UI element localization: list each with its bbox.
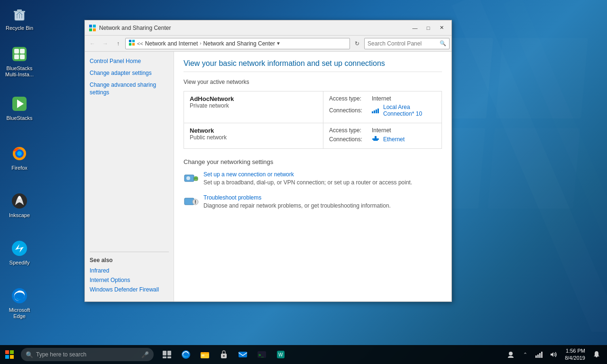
taskbar-search-mic-icon[interactable]: 🎤 xyxy=(141,351,149,358)
svg-rect-34 xyxy=(372,111,373,113)
page-title: View your basic network information and … xyxy=(184,59,442,72)
troubleshoot-content: Troubleshoot problems Diagnose and repai… xyxy=(203,194,391,210)
taskbar-date-display: 8/4/2019 xyxy=(565,355,585,362)
desktop-icon-edge[interactable]: Microsoft Edge xyxy=(2,284,37,321)
refresh-button[interactable]: ↻ xyxy=(351,38,363,49)
adhoc-conn-icon xyxy=(372,108,379,113)
svg-rect-40 xyxy=(373,140,378,141)
troubleshoot-desc: Diagnose and repair network problems, or… xyxy=(203,202,391,209)
desktop-icon-bluestacks[interactable]: BlueStacks xyxy=(2,92,37,123)
search-icon[interactable]: 🔍 xyxy=(440,40,446,46)
search-input[interactable] xyxy=(368,40,440,47)
svg-rect-27 xyxy=(93,25,96,27)
svg-rect-8 xyxy=(17,9,22,11)
setting-item-troubleshoot: Troubleshoot problems Diagnose and repai… xyxy=(184,194,442,210)
svg-rect-16 xyxy=(20,55,25,59)
taskbar: 🔍 Type here to search 🎤 xyxy=(0,345,607,364)
adhoc-identity-cell: AdHocNetwork Private network xyxy=(184,91,323,123)
taskbar-volume-icon[interactable] xyxy=(547,348,560,361)
svg-text:W: W xyxy=(278,352,283,357)
svg-rect-52 xyxy=(5,355,9,359)
svg-rect-12 xyxy=(12,47,27,61)
svg-rect-53 xyxy=(10,355,14,359)
desktop-icon-recycle-bin[interactable]: Recycle Bin xyxy=(2,2,37,33)
desktop-icon-bluestacks-multi[interactable]: BlueStacks Multi-Insta... xyxy=(2,43,37,80)
taskbar-search[interactable]: 🔍 Type here to search 🎤 xyxy=(21,348,154,361)
taskbar-hidden-icons-button[interactable]: ⌃ xyxy=(518,348,532,361)
taskbar-search-text: Type here to search xyxy=(36,351,86,358)
taskbar-notification-icon[interactable] xyxy=(590,345,603,364)
network-conn-label: Connections: xyxy=(329,136,372,143)
change-networking-title: Change your networking settings xyxy=(184,158,442,165)
edge-label: Microsoft Edge xyxy=(4,307,35,319)
svg-rect-29 xyxy=(93,28,96,31)
svg-point-23 xyxy=(18,196,21,199)
taskbar-terminal[interactable]: >_ xyxy=(252,345,271,364)
breadcrumb-item-2: Network and Sharing Center xyxy=(203,40,275,47)
maximize-button[interactable]: □ xyxy=(422,23,434,33)
svg-rect-63 xyxy=(239,352,247,357)
see-also-section: See also Infrared Internet Options Windo… xyxy=(90,252,169,296)
desktop-icon-speedify[interactable]: Speedify xyxy=(2,237,37,268)
adhoc-info-cell: Access type: Internet Connections: xyxy=(323,91,442,123)
taskbar-people-icon[interactable] xyxy=(504,348,517,361)
title-bar: Network and Sharing Center — □ ✕ xyxy=(85,20,451,36)
adhoc-conn-label: Connections: xyxy=(329,107,372,114)
adhoc-conn-link[interactable]: Local Area Connection* 10 xyxy=(372,104,436,117)
network-conn-link[interactable]: Ethernet xyxy=(372,136,405,143)
back-button[interactable]: ← xyxy=(87,38,98,49)
window-icon xyxy=(89,24,96,32)
desktop-icon-firefox[interactable]: Firefox xyxy=(2,142,37,173)
breadcrumb-dropdown-icon[interactable]: ▼ xyxy=(276,41,281,46)
taskbar-time-display: 1:56 PM xyxy=(565,347,585,355)
windows-defender-link[interactable]: Windows Defender Firewall xyxy=(90,286,169,293)
desktop-icon-inkscape[interactable]: Inkscape xyxy=(2,190,37,220)
infrared-link[interactable]: Infrared xyxy=(90,267,169,274)
svg-point-68 xyxy=(509,352,513,355)
network-conn-text: Ethernet xyxy=(383,136,405,143)
minimize-button[interactable]: — xyxy=(409,23,421,33)
control-panel-home-link[interactable]: Control Panel Home xyxy=(90,57,169,65)
close-button[interactable]: ✕ xyxy=(435,23,448,33)
networks-table: AdHocNetwork Private network Access type… xyxy=(184,91,442,149)
svg-rect-71 xyxy=(539,353,541,358)
taskbar-network-icon[interactable] xyxy=(533,348,546,361)
adhoc-type: Private network xyxy=(190,102,317,109)
svg-rect-50 xyxy=(5,350,9,354)
breadcrumb[interactable]: << Network and Internet › Network and Sh… xyxy=(125,38,350,49)
address-bar: ← → ↑ << Network and Internet › Network … xyxy=(85,36,451,52)
search-box[interactable]: 🔍 xyxy=(364,38,450,49)
bluestacks-icon xyxy=(10,94,29,113)
svg-rect-55 xyxy=(167,351,171,355)
internet-options-link[interactable]: Internet Options xyxy=(90,277,169,283)
new-connection-link[interactable]: Set up a new connection or network xyxy=(203,171,412,178)
adhoc-access-value: Internet xyxy=(372,95,391,102)
speedify-icon xyxy=(10,239,29,258)
svg-rect-30 xyxy=(129,40,131,42)
up-button[interactable]: ↑ xyxy=(112,38,124,49)
troubleshoot-link[interactable]: Troubleshoot problems xyxy=(203,194,391,201)
forward-button[interactable]: → xyxy=(100,38,111,49)
setting-item-new-connection: Set up a new connection or network Set u… xyxy=(184,171,442,187)
start-button[interactable] xyxy=(0,345,19,364)
taskbar-app6[interactable]: W xyxy=(271,345,290,364)
svg-point-62 xyxy=(223,355,225,357)
taskbar-clock[interactable]: 1:56 PM 8/4/2019 xyxy=(561,347,589,362)
change-adapter-link[interactable]: Change adapter settings xyxy=(90,69,169,77)
change-advanced-link[interactable]: Change advanced sharing settings xyxy=(90,81,169,97)
recycle-bin-icon xyxy=(10,4,29,23)
taskbar-store[interactable] xyxy=(214,345,233,364)
troubleshoot-icon xyxy=(184,194,199,209)
edge-icon xyxy=(10,286,29,305)
svg-rect-56 xyxy=(163,356,166,358)
taskbar-mail[interactable] xyxy=(233,345,252,364)
taskbar-search-icon: 🔍 xyxy=(26,351,33,358)
svg-rect-33 xyxy=(132,43,135,46)
firefox-label: Firefox xyxy=(11,165,28,171)
window-controls: — □ ✕ xyxy=(409,23,448,33)
new-connection-icon xyxy=(184,171,199,186)
taskbar-task-view[interactable] xyxy=(157,345,176,364)
taskbar-file-explorer[interactable] xyxy=(195,345,214,364)
taskbar-edge[interactable] xyxy=(176,345,195,364)
svg-rect-15 xyxy=(14,55,19,59)
